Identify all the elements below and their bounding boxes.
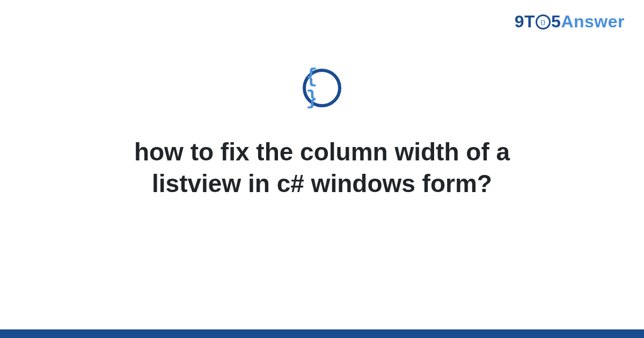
footer-accent-bar (0, 329, 644, 338)
logo-text-answer: Answer (561, 12, 625, 31)
braces-glyph: { } (306, 66, 338, 110)
clock-icon: {} (536, 14, 551, 30)
main-content: { } how to fix the column width of a lis… (0, 69, 644, 200)
site-logo[interactable]: 9T{}5Answer (515, 12, 625, 32)
clock-icon-inner: {} (540, 19, 546, 25)
code-braces-icon: { } (303, 69, 341, 107)
logo-text-9t: 9T (515, 12, 535, 31)
header: 9T{}5Answer (515, 12, 625, 32)
logo-text-5: 5 (551, 12, 561, 31)
question-title: how to fix the column width of a listvie… (75, 136, 569, 200)
